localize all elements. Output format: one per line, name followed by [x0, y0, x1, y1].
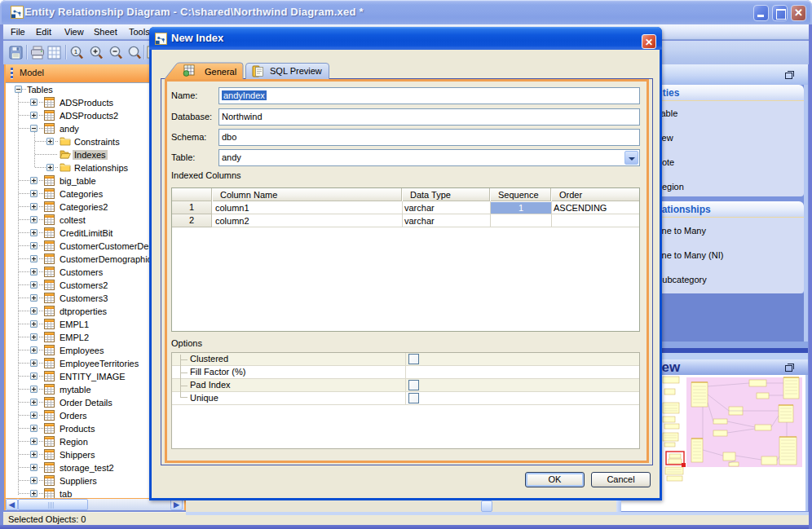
svg-text:General: General [205, 67, 236, 77]
svg-text:1: 1 [74, 48, 78, 55]
